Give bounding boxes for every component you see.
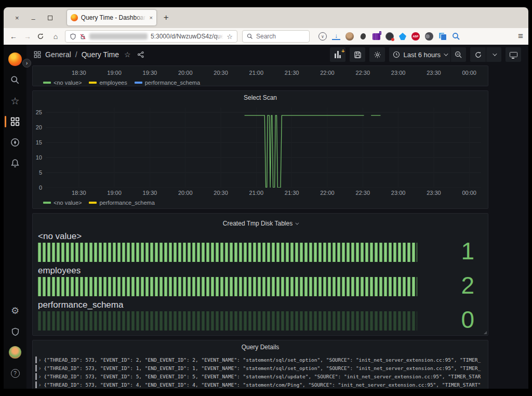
back-button[interactable]: ← <box>9 32 18 41</box>
x-tick: 19:00 <box>107 70 122 76</box>
url-bar[interactable]: 5:3000/d/NwzuwDS4z/query-time?o ☆ <box>65 30 237 43</box>
shield-permissions-icon[interactable] <box>70 33 76 40</box>
bell-icon <box>10 159 20 168</box>
adblock-plus-icon[interactable]: ABP <box>411 32 420 41</box>
forward-button: → <box>23 32 32 41</box>
sidebar-expand-button[interactable]: › <box>22 59 31 68</box>
dashboard-scroll-area[interactable]: 18:3019:0019:3020:0020:3021:0021:3022:00… <box>26 64 528 389</box>
search-bar[interactable]: Search <box>242 30 310 43</box>
log-line[interactable]: ›{"THREAD_ID": 573, "EVENT_ID": 4, "END_… <box>35 381 488 389</box>
minimize-window-icon[interactable]: – <box>32 16 35 22</box>
sidebar-item-configuration[interactable]: ⚙ <box>4 300 26 321</box>
log-line[interactable]: ›{"THREAD_ID": 573, "EVENT_ID": 5, "END_… <box>35 373 488 380</box>
legend-item[interactable]: <no value> <box>43 200 82 206</box>
legend-item[interactable]: performance_schema <box>89 200 154 206</box>
dashboard-actions: + <box>330 47 521 62</box>
dashboard-header: General / Query Time ☆ + <box>26 45 528 64</box>
expand-caret-icon[interactable]: › <box>39 365 41 371</box>
panel-title[interactable]: Select Scan <box>33 91 488 101</box>
titlebar: × – Query Time - Dashboards × + <box>4 7 528 28</box>
sidebar-item-favorites[interactable]: ☆ <box>4 90 26 111</box>
downloads-icon[interactable]: ↓ <box>332 33 340 40</box>
log-line[interactable]: ›{"THREAD_ID": 573, "EVENT_ID": 1, "END_… <box>35 364 488 372</box>
time-range-picker[interactable]: Last 6 hours <box>389 47 450 62</box>
log-lines: ›{"THREAD_ID": 573, "EVENT_ID": 2, "END_… <box>33 356 488 389</box>
sidebar-item-dashboards[interactable] <box>4 111 26 132</box>
kiosk-mode-button[interactable] <box>506 47 521 62</box>
time-controls: Last 6 hours <box>389 47 466 62</box>
bookmark-star-icon[interactable]: ☆ <box>227 33 233 41</box>
pocket-icon[interactable]: ∨ <box>318 32 327 41</box>
sidebar-item-alerting[interactable] <box>4 153 26 174</box>
y-tick: 20 <box>36 124 42 130</box>
tab-close-icon[interactable]: × <box>149 15 152 21</box>
x-tick: 20:00 <box>178 190 193 196</box>
find-extension-icon[interactable] <box>452 32 460 41</box>
x-tick: 19:30 <box>143 190 157 196</box>
legend: <no value>employeesperformance_schema <box>43 80 488 86</box>
breadcrumb-dashboard-title[interactable]: Query Time <box>82 50 119 59</box>
favorite-star-icon[interactable]: ☆ <box>124 50 131 59</box>
sidebar-grafana-logo[interactable] <box>4 49 26 70</box>
sidebar-item-search[interactable] <box>4 70 26 90</box>
gauge-row: employees2 <box>38 266 483 296</box>
browser-tab[interactable]: Query Time - Dashboards × <box>67 10 156 25</box>
lcd-gauge <box>38 311 417 331</box>
log-text: {"THREAD_ID": 573, "EVENT_ID": 4, "END_E… <box>44 382 488 388</box>
insecure-lock-icon[interactable] <box>79 33 86 40</box>
refresh-button[interactable] <box>470 47 486 62</box>
refresh-interval-dropdown[interactable] <box>486 47 501 62</box>
panel-title[interactable]: Query Details <box>33 340 488 351</box>
expand-caret-icon[interactable]: › <box>39 382 41 388</box>
grafana-favicon-icon <box>71 14 78 21</box>
maximize-window-icon[interactable] <box>48 16 52 20</box>
tab-session-extension-icon[interactable] <box>438 32 447 41</box>
share-icon[interactable] <box>137 51 144 58</box>
close-window-icon[interactable]: × <box>15 15 19 21</box>
reload-button[interactable] <box>37 33 46 40</box>
panel-created-tmp-disk-tables: Created Tmp Disk Tables <no value>1emplo… <box>32 213 488 336</box>
dashboards-grid-icon <box>10 117 20 126</box>
legend-item[interactable]: <no value> <box>43 80 82 86</box>
privacy-extension-icon[interactable] <box>425 32 433 41</box>
save-dashboard-button[interactable] <box>350 47 365 62</box>
select-scan-chart <box>46 108 481 188</box>
apps-grid-icon[interactable] <box>34 51 41 58</box>
gauge-row: performance_schema0 <box>38 300 483 331</box>
grafana-logo-icon <box>8 52 22 66</box>
help-icon: ? <box>11 369 20 378</box>
browser-window: × – Query Time - Dashboards × + ← → ⌂ <box>4 7 528 389</box>
x-tick: 18:30 <box>72 70 86 76</box>
sidebar-item-explore[interactable] <box>4 132 26 153</box>
account-avatar-icon[interactable] <box>345 32 354 41</box>
url-text[interactable]: 5:3000/d/NwzuwDS4z/query-time?o <box>151 33 223 40</box>
time-series-plot[interactable]: 0510152025 <box>46 108 481 188</box>
add-panel-button[interactable]: + <box>330 47 345 62</box>
star-icon: ☆ <box>10 96 19 106</box>
blocker-extension-icon[interactable] <box>385 32 394 41</box>
gauge-label: employees <box>38 266 417 276</box>
legend-item[interactable]: employees <box>89 80 127 86</box>
log-line[interactable]: ›{"THREAD_ID": 573, "EVENT_ID": 2, "END_… <box>35 356 488 364</box>
x-tick: 19:30 <box>143 70 157 76</box>
new-tab-button[interactable]: + <box>164 12 169 23</box>
expand-caret-icon[interactable]: › <box>39 374 41 379</box>
legend-item[interactable]: performance_schema <box>135 80 200 86</box>
panel-title[interactable]: Created Tmp Disk Tables <box>38 217 483 227</box>
log-level-bar <box>35 381 37 388</box>
sidebar-item-help[interactable]: ? <box>4 363 26 384</box>
sidebar-item-profile[interactable] <box>4 342 26 363</box>
panel-resize-handle[interactable] <box>484 331 487 334</box>
zoom-out-time-button[interactable] <box>450 47 466 62</box>
gnome-extension-icon[interactable] <box>359 32 367 41</box>
extension-icons: ∨ ↓ ABP <box>318 32 460 41</box>
cleaner-extension-icon[interactable] <box>399 33 406 40</box>
library-extension-icon[interactable] <box>373 33 380 40</box>
sidebar-item-server-admin[interactable] <box>4 321 26 342</box>
home-button[interactable]: ⌂ <box>51 32 60 41</box>
expand-caret-icon[interactable]: › <box>39 357 41 363</box>
menu-hamburger-icon[interactable]: ≡ <box>518 31 523 42</box>
breadcrumb-folder[interactable]: General <box>45 50 71 59</box>
breadcrumb-separator: / <box>75 50 77 59</box>
dashboard-settings-button[interactable] <box>369 47 385 62</box>
